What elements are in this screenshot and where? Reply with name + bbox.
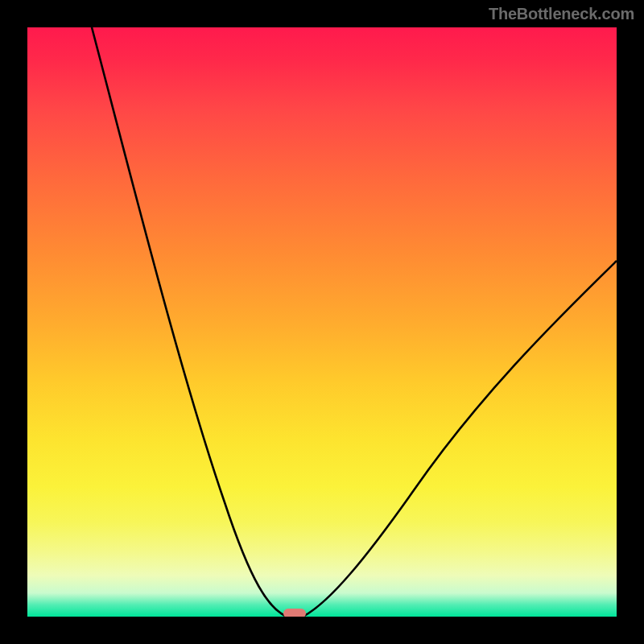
watermark-text: TheBottleneck.com <box>489 5 634 23</box>
plot-area <box>27 27 617 617</box>
chart-frame: TheBottleneck.com <box>0 0 644 644</box>
background-gradient <box>27 27 617 617</box>
bottleneck-marker <box>283 609 306 617</box>
